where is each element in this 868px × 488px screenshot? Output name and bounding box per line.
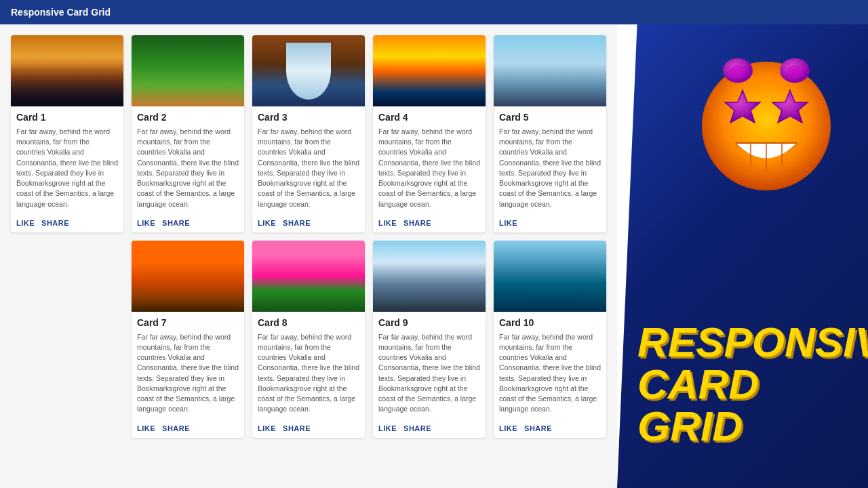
promo-line1: RESPONSIVE (637, 321, 861, 363)
card-9: Card 9Far far away, behind the word moun… (373, 241, 486, 438)
card-5-like-button[interactable]: LIKE (499, 219, 517, 227)
card-10: Card 10Far far away, behind the word mou… (494, 241, 606, 438)
card-2-share-button[interactable]: SHARE (162, 219, 190, 227)
card-2-title: Card 2 (137, 112, 239, 123)
card-10-like-button[interactable]: LIKE (499, 424, 517, 432)
svg-point-11 (787, 65, 803, 79)
emoji-svg (692, 45, 841, 194)
card-7-image (132, 241, 244, 312)
app-title: Responsive Card Grid (11, 7, 111, 18)
card-4: Card 4Far far away, behind the word moun… (373, 35, 486, 232)
promo-area: RESPONSIVE CARD GRID (617, 24, 868, 488)
main-layout: Card 1Far far away, behind the word moun… (0, 24, 868, 488)
card-5-text: Far far away, behind the word mountains,… (499, 127, 601, 209)
app-header: Responsive Card Grid (0, 0, 868, 24)
card-3-text: Far far away, behind the word mountains,… (258, 127, 359, 209)
promo-line2: CARD GRID (637, 363, 861, 447)
card-7: Card 7Far far away, behind the word moun… (132, 241, 244, 438)
card-10-image (494, 241, 606, 312)
card-8-image (252, 241, 365, 312)
card-2-text: Far far away, behind the word mountains,… (137, 127, 239, 209)
card-10-title: Card 10 (499, 317, 601, 328)
card-1-like-button[interactable]: LIKE (16, 219, 35, 227)
card-3-title: Card 3 (258, 112, 359, 123)
card-4-like-button[interactable]: LIKE (378, 219, 397, 227)
card-1-text: Far far away, behind the word mountains,… (16, 127, 118, 209)
card-8-text: Far far away, behind the word mountains,… (258, 332, 359, 415)
card-5-title: Card 5 (499, 112, 601, 123)
card-9-share-button[interactable]: SHARE (403, 424, 431, 432)
card-9-image (373, 241, 486, 312)
card-2-like-button[interactable]: LIKE (137, 219, 155, 227)
card-4-image (373, 35, 486, 106)
card-10-text: Far far away, behind the word mountains,… (499, 332, 601, 415)
card-3-like-button[interactable]: LIKE (258, 219, 276, 227)
card-9-text: Far far away, behind the word mountains,… (378, 332, 480, 415)
promo-text-container: RESPONSIVE CARD GRID (637, 321, 861, 447)
card-3-share-button[interactable]: SHARE (283, 219, 311, 227)
card-10-share-button[interactable]: SHARE (524, 424, 552, 432)
card-1-title: Card 1 (16, 112, 118, 123)
card-1: Card 1Far far away, behind the word moun… (11, 35, 123, 232)
card-8-like-button[interactable]: LIKE (258, 424, 276, 432)
card-2: Card 2Far far away, behind the word moun… (132, 35, 244, 232)
card-8: Card 8Far far away, behind the word moun… (252, 241, 365, 438)
card-7-title: Card 7 (137, 317, 239, 328)
card-3: Card 3Far far away, behind the word moun… (252, 35, 365, 232)
card-7-share-button[interactable]: SHARE (162, 424, 190, 432)
card-2-image (132, 35, 244, 106)
card-9-title: Card 9 (378, 317, 480, 328)
card-5: Card 5Far far away, behind the word moun… (494, 35, 606, 232)
card-4-text: Far far away, behind the word mountains,… (378, 127, 480, 209)
card-1-image (11, 35, 123, 106)
card-5-image (494, 35, 606, 106)
card-1-share-button[interactable]: SHARE (41, 219, 69, 227)
emoji-container (692, 45, 841, 194)
card-6-placeholder (11, 241, 123, 438)
card-7-text: Far far away, behind the word mountains,… (137, 332, 239, 415)
card-9-like-button[interactable]: LIKE (378, 424, 397, 432)
card-8-title: Card 8 (258, 317, 359, 328)
card-grid: Card 1Far far away, behind the word moun… (11, 35, 606, 438)
card-3-image (252, 35, 365, 106)
card-grid-area: Card 1Far far away, behind the word moun… (0, 24, 617, 488)
svg-point-10 (730, 65, 746, 79)
card-7-like-button[interactable]: LIKE (137, 424, 155, 432)
card-4-share-button[interactable]: SHARE (403, 219, 431, 227)
card-4-title: Card 4 (378, 112, 480, 123)
card-8-share-button[interactable]: SHARE (283, 424, 311, 432)
